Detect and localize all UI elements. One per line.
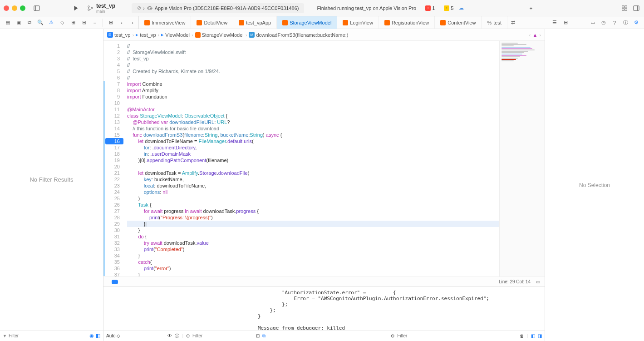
svg-rect-0: [34, 5, 39, 10]
add-tab-button[interactable]: +: [527, 4, 535, 12]
console-output[interactable]: "AuthorizationState.error" = { Error = "…: [253, 287, 545, 330]
filter-icon: ⊙: [186, 333, 190, 338]
tab-loginview[interactable]: LoginView: [337, 16, 379, 29]
console-filter-input[interactable]: [397, 333, 517, 338]
filter-scm-icon[interactable]: ◧: [96, 333, 100, 339]
variables-toolbar: Auto ◇ 👁 ⓘ | ⊙: [103, 330, 253, 341]
svg-rect-10: [622, 8, 624, 10]
filter-scope-icon[interactable]: ▼: [3, 334, 7, 338]
folder-icon: ▸: [136, 32, 138, 38]
editor-area: ⊞test_vp › ▸test_vp › ▸ViewModel › Stora…: [103, 29, 545, 341]
tab-contentview[interactable]: ContentView: [435, 16, 482, 29]
insp-help-icon[interactable]: ?: [610, 18, 619, 28]
editor-list-icon[interactable]: ☰: [550, 18, 560, 28]
svg-rect-8: [622, 5, 624, 7]
tab-registrationview[interactable]: RegistrationView: [379, 16, 435, 29]
navigator-panel: No Filter Results ▼ ◉ ◧: [0, 29, 103, 341]
device-icon: [147, 5, 153, 11]
editor-grid-icon[interactable]: ⊞: [106, 18, 116, 28]
tab-testvpapp[interactable]: test_vpApp: [233, 16, 277, 29]
history-back-button[interactable]: ‹: [117, 18, 127, 28]
run-button[interactable]: [72, 4, 80, 12]
insp-history-icon[interactable]: ◷: [599, 18, 609, 28]
sidebar-toggle-icon[interactable]: [33, 4, 41, 12]
swift-icon: [384, 20, 390, 25]
svg-rect-9: [625, 5, 627, 7]
inspector-toggle-icon[interactable]: [632, 4, 640, 12]
titlebar: test_vp main ⊘ › Apple Vision Pro (3D5C2…: [0, 0, 644, 16]
file-tabs: ImmersiveView DetailView test_vpApp Stor…: [138, 16, 507, 29]
editor-statusbar: Line: 29 Col: 14 ▭: [103, 277, 545, 287]
trash-icon[interactable]: 🗑: [520, 333, 524, 338]
svg-rect-12: [634, 5, 639, 10]
inspector-panel: No Selection: [545, 29, 644, 341]
insp-file-icon[interactable]: ▭: [588, 18, 598, 28]
console-output-icon[interactable]: ⊡: [256, 333, 260, 338]
traffic-lights: [4, 5, 25, 11]
variables-view: Auto ◇ 👁 ⓘ | ⊙: [103, 287, 253, 341]
scheme-branch: main: [96, 9, 115, 14]
nav-report-icon[interactable]: ≡: [90, 18, 100, 28]
svg-point-2: [88, 5, 90, 7]
hide-console-icon[interactable]: ◨: [538, 333, 542, 338]
nav-issue-icon[interactable]: ⚠: [46, 18, 56, 28]
tab-test[interactable]: %test: [482, 16, 507, 29]
chevron-right-icon: ›: [143, 5, 145, 11]
console-toolbar: ⊡ ⧉ ⊙ 🗑 | ◧ ◨: [253, 330, 545, 341]
hide-variables-icon[interactable]: ◧: [531, 333, 535, 338]
insp-attributes-icon[interactable]: ⚙: [631, 18, 641, 28]
auto-scope-selector[interactable]: Auto ◇: [106, 333, 120, 338]
nav-project-icon[interactable]: ▤: [3, 18, 13, 28]
close-window-button[interactable]: [4, 5, 9, 11]
minimize-window-button[interactable]: [12, 5, 17, 11]
line-gutter[interactable]: 1234567891011121314151617181920212223242…: [103, 41, 123, 277]
debug-area: Auto ◇ 👁 ⓘ | ⊙ "AuthorizationState.error…: [103, 287, 545, 341]
scheme-selector[interactable]: test_vp main: [84, 3, 119, 14]
filter-recent-icon[interactable]: ◉: [89, 333, 94, 339]
svg-rect-11: [625, 8, 627, 10]
error-badge[interactable]: !1: [425, 5, 435, 11]
svg-point-3: [88, 9, 90, 10]
issues-prev-icon[interactable]: ‹: [529, 32, 531, 38]
navigator-filter-input[interactable]: [9, 333, 88, 338]
tabs-overflow-icon[interactable]: ⇄: [508, 18, 518, 28]
library-button[interactable]: [620, 4, 629, 12]
print-icon[interactable]: ⓘ: [175, 333, 179, 339]
tab-immersiveview[interactable]: ImmersiveView: [139, 16, 191, 29]
swift-icon: [440, 20, 446, 25]
quicklook-icon[interactable]: 👁: [167, 333, 172, 338]
warning-badge[interactable]: !5: [444, 5, 453, 11]
filter-icon: ⊙: [391, 333, 394, 338]
cursor-position: Line: 29 Col: 14: [499, 279, 531, 284]
history-forward-button[interactable]: ›: [128, 18, 138, 28]
zoom-window-button[interactable]: [20, 5, 25, 11]
console-meta-icon[interactable]: ⧉: [262, 333, 265, 339]
cloud-icon[interactable]: ☁︎: [457, 4, 465, 12]
branch-icon: [87, 5, 93, 11]
svg-point-7: [150, 7, 152, 9]
canvas-icon[interactable]: ▭: [536, 279, 540, 284]
tab-detailview[interactable]: DetailView: [191, 16, 233, 29]
nav-test-icon[interactable]: ◇: [57, 18, 67, 28]
nav-find-icon[interactable]: 🔍: [35, 18, 45, 28]
tab-storageviewmodel[interactable]: StorageViewModel: [277, 16, 337, 29]
breakpoint-indicator[interactable]: [112, 280, 118, 284]
code-content[interactable]: //// StorageViewModel.swift// test_vp///…: [123, 41, 499, 277]
breadcrumb[interactable]: ⊞test_vp › ▸test_vp › ▸ViewModel › Stora…: [103, 29, 545, 41]
editor-assistant-icon[interactable]: ⊟: [560, 18, 570, 28]
variables-filter-input[interactable]: [192, 333, 250, 338]
issues-next-icon[interactable]: ›: [539, 32, 541, 38]
issues-warn-icon[interactable]: ▲: [532, 32, 537, 38]
nav-debug-icon[interactable]: ⊞: [68, 18, 78, 28]
destination-selector[interactable]: ⊘ › Apple Vision Pro (3D5C218E-E8E0-491A…: [132, 3, 304, 13]
nav-bookmark-icon[interactable]: ⧉: [25, 18, 34, 28]
nav-x-icon[interactable]: ▣: [14, 18, 24, 28]
minimap[interactable]: [499, 41, 545, 277]
status-text: Finished running test_vp on Apple Vision…: [317, 5, 416, 11]
swift-icon: [343, 20, 348, 25]
nav-break-icon[interactable]: ⊟: [79, 18, 89, 28]
scheme-title: test_vp: [96, 3, 115, 9]
swift-icon: [282, 20, 288, 25]
insp-identity-icon[interactable]: ⓘ: [620, 18, 630, 28]
code-editor[interactable]: 1234567891011121314151617181920212223242…: [103, 41, 545, 277]
